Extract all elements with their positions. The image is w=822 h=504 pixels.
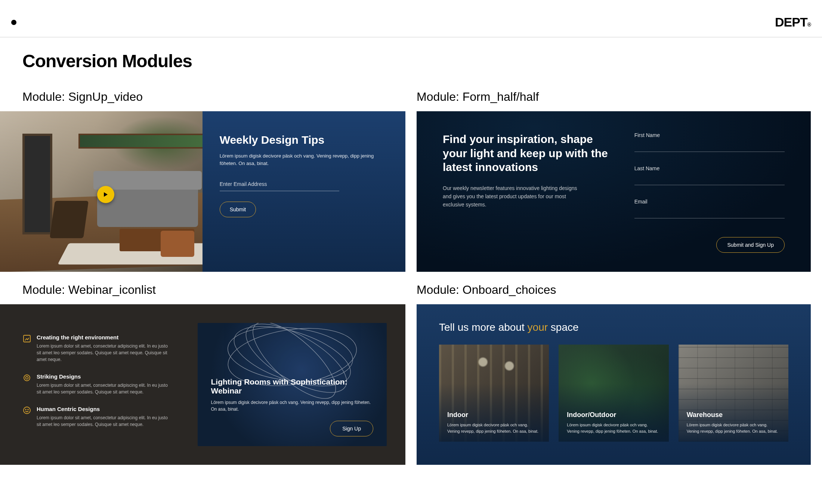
- modules-grid: Module: SignUp_video Weekly Design Tips …: [0, 71, 822, 465]
- choice-indoor[interactable]: Indoor Lörem ipsum digisk decivore päsk …: [439, 345, 549, 442]
- first-name-field: First Name: [634, 132, 785, 152]
- module-signup-video: Weekly Design Tips Lörem ipsum digisk de…: [0, 111, 405, 272]
- webinar-title: Lighting Rooms with Sophistication: Webi…: [211, 377, 374, 395]
- email-label: Email: [634, 199, 785, 205]
- svg-point-2: [26, 377, 28, 379]
- choice-indoor-outdoor[interactable]: Indoor/Outdoor Lörem ipsum digisk decivo…: [559, 345, 668, 442]
- first-name-label: First Name: [634, 132, 785, 138]
- item-title: Striking Designs: [37, 373, 171, 380]
- webinar-card: Lighting Rooms with Sophistication: Webi…: [198, 323, 387, 446]
- module-label-a: Module: SignUp_video: [22, 90, 405, 104]
- dept-logo: DEPT®: [775, 15, 811, 29]
- form-fields: First Name Last Name Email Submit and Si…: [634, 132, 785, 251]
- choice-row: Indoor Lörem ipsum digisk decivore päsk …: [439, 345, 788, 442]
- onboard-title: Tell us more about your space: [439, 321, 788, 333]
- frame-icon: [22, 334, 31, 343]
- choice-warehouse[interactable]: Warehouse Lörem ipsum digisk decivore pä…: [679, 345, 788, 442]
- email-input[interactable]: [220, 177, 339, 191]
- cell-onboard-choices: Module: Onboard_choices Tell us more abo…: [417, 283, 822, 465]
- list-item: Striking Designs Lorem ipsum dolor sit a…: [22, 373, 185, 395]
- form-body: Our weekly newsletter features innovativ…: [443, 184, 577, 209]
- svg-point-9: [241, 323, 347, 409]
- last-name-input[interactable]: [634, 174, 785, 185]
- signup-body: Lörem ipsum digisk decivore päsk och van…: [220, 152, 388, 167]
- signup-title: Weekly Design Tips: [220, 134, 388, 146]
- svg-point-5: [28, 409, 28, 410]
- module-label-c: Module: Webinar_iconlist: [22, 283, 405, 297]
- video-thumbnail: [0, 111, 203, 272]
- choice-body: Lörem ipsum digisk decivore päsk och van…: [687, 422, 780, 434]
- last-name-label: Last Name: [634, 165, 785, 171]
- cell-form-half: Module: Form_half/half Find your inspira…: [417, 90, 822, 272]
- choice-title: Warehouse: [687, 411, 780, 419]
- form-title: Find your inspiration, shape your light …: [443, 132, 608, 174]
- item-body: Lorem ipsum dolor sit amet, consectetur …: [37, 414, 171, 428]
- submit-signup-button[interactable]: Submit and Sign Up: [716, 237, 785, 253]
- choice-body: Lörem ipsum digisk decivore päsk och van…: [567, 422, 660, 434]
- logo-text: DEPT: [775, 15, 807, 29]
- module-onboard-choices: Tell us more about your space Indoor Lör…: [417, 304, 811, 465]
- submit-button[interactable]: Submit: [220, 202, 256, 217]
- page-dot-icon: [11, 20, 16, 25]
- item-body: Lorem ipsum dolor sit amet, consectetur …: [37, 382, 171, 395]
- email-input-b[interactable]: [634, 207, 785, 218]
- item-body: Lorem ipsum dolor sit amet, consectetur …: [37, 343, 171, 363]
- play-icon: [103, 192, 109, 197]
- module-form-half: Find your inspiration, shape your light …: [417, 111, 811, 272]
- cell-webinar-iconlist: Module: Webinar_iconlist Creating the ri…: [0, 283, 405, 465]
- smile-icon: [22, 406, 31, 415]
- item-title: Human Centric Designs: [37, 406, 171, 412]
- play-button[interactable]: [97, 186, 114, 203]
- signup-button[interactable]: Sign Up: [330, 421, 373, 436]
- form-copy: Find your inspiration, shape your light …: [443, 132, 608, 251]
- svg-point-1: [24, 375, 30, 381]
- svg-point-3: [24, 407, 30, 414]
- svg-point-4: [25, 409, 26, 410]
- top-bar: DEPT®: [0, 0, 822, 37]
- signup-panel: Weekly Design Tips Lörem ipsum digisk de…: [203, 111, 405, 272]
- cell-signup-video: Module: SignUp_video Weekly Design Tips …: [0, 90, 405, 272]
- icon-list: Creating the right environment Lorem ips…: [22, 323, 185, 446]
- list-item: Human Centric Designs Lorem ipsum dolor …: [22, 406, 185, 428]
- list-item: Creating the right environment Lorem ips…: [22, 334, 185, 363]
- page-title: Conversion Modules: [22, 51, 822, 71]
- choice-title: Indoor/Outdoor: [567, 411, 660, 419]
- webinar-body: Lörem ipsum digisk decivore päsk och van…: [211, 399, 374, 413]
- choice-body: Lörem ipsum digisk decivore päsk och van…: [447, 422, 541, 434]
- email-field: Email: [634, 199, 785, 218]
- module-webinar-iconlist: Creating the right environment Lorem ips…: [0, 304, 405, 465]
- last-name-field: Last Name: [634, 165, 785, 185]
- module-label-b: Module: Form_half/half: [417, 90, 822, 104]
- module-label-d: Module: Onboard_choices: [417, 283, 822, 297]
- choice-title: Indoor: [447, 411, 541, 419]
- swirl-graphic-icon: [198, 323, 387, 409]
- accent-word: your: [528, 321, 548, 333]
- item-title: Creating the right environment: [37, 334, 171, 340]
- first-name-input[interactable]: [634, 140, 785, 152]
- target-icon: [22, 373, 31, 382]
- logo-suffix: ®: [807, 22, 811, 28]
